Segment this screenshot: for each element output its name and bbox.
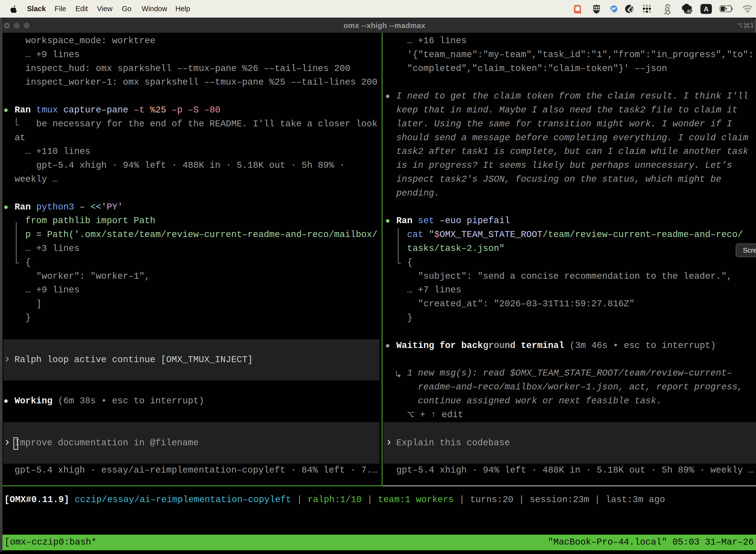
svg-text:A: A <box>704 5 709 13</box>
svg-text:..61: ..61 <box>685 9 692 14</box>
